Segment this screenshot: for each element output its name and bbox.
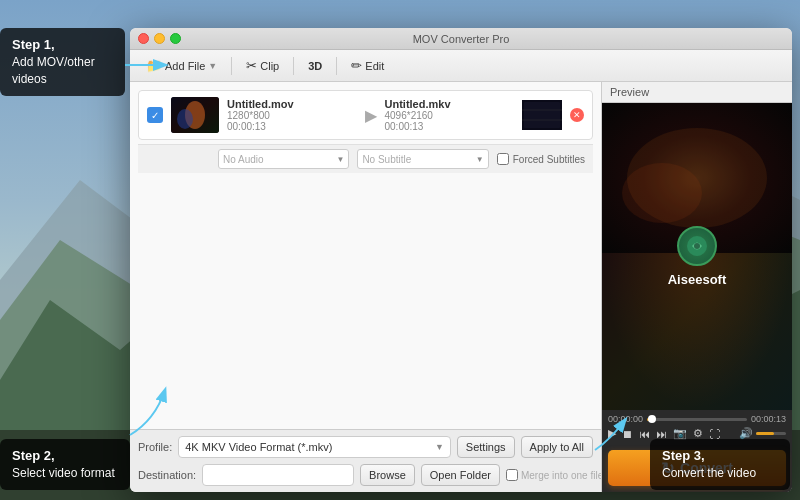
- volume-fill: [756, 432, 774, 435]
- convert-arrow-icon: ▶: [365, 106, 377, 125]
- forced-subtitles-label: Forced Subtitles: [513, 154, 585, 165]
- svg-point-20: [694, 243, 700, 249]
- open-folder-button[interactable]: Open Folder: [421, 464, 500, 486]
- toolbar: 📁 Add File ▼ ✂ Clip 3D ✏ Edit: [130, 50, 792, 82]
- step1-callout: Step 1, Add MOV/other videos: [0, 28, 125, 96]
- step2-body: Select video format: [12, 465, 118, 482]
- maximize-button[interactable]: [170, 33, 181, 44]
- table-row: ✓: [138, 90, 593, 140]
- audio-label: No Audio: [223, 154, 264, 165]
- fullscreen-button[interactable]: ⛶: [709, 428, 720, 440]
- profile-label: Profile:: [138, 441, 172, 453]
- subtitle-dropdown[interactable]: No Subtitle ▼: [357, 149, 488, 169]
- subtitle-arrow-icon: ▼: [476, 155, 484, 164]
- forced-subtitles-checkbox[interactable]: [497, 153, 509, 165]
- step1-body: Add MOV/other videos: [12, 54, 113, 88]
- clip-button[interactable]: ✂ Clip: [238, 55, 287, 76]
- time-end: 00:00:13: [751, 414, 786, 424]
- output-duration: 00:00:13: [385, 121, 515, 132]
- step3-callout: Step 3, Convert the video: [650, 439, 790, 490]
- audio-dropdown[interactable]: No Audio ▼: [218, 149, 349, 169]
- step-back-button[interactable]: ⏮: [639, 428, 650, 440]
- profile-dropdown[interactable]: 4K MKV Video Format (*.mkv) ▼: [178, 436, 451, 458]
- browse-button[interactable]: Browse: [360, 464, 415, 486]
- svg-point-11: [177, 109, 193, 129]
- input-file-info: Untitled.mov 1280*800 00:00:13: [227, 98, 357, 132]
- right-panel: Preview: [602, 82, 792, 492]
- profile-value: 4K MKV Video Format (*.mkv): [185, 441, 332, 453]
- play-button[interactable]: ▶: [608, 427, 616, 440]
- progress-thumb: [648, 415, 656, 423]
- remove-file-button[interactable]: ✕: [570, 108, 584, 122]
- add-file-label: Add File: [165, 60, 205, 72]
- brand-logo: Aiseesoft: [668, 226, 727, 287]
- step3-title: Step 3,: [662, 447, 778, 465]
- step1-title: Step 1,: [12, 36, 113, 54]
- time-row: 00:00:00 00:00:13: [608, 414, 786, 424]
- profile-row: Profile: 4K MKV Video Format (*.mkv) ▼ S…: [138, 436, 593, 458]
- forced-subtitles-section: Forced Subtitles: [497, 153, 585, 165]
- audio-arrow-icon: ▼: [336, 155, 344, 164]
- clip-icon: ✂: [246, 58, 257, 73]
- destination-row: Destination: Browse Open Folder Merge in…: [138, 464, 593, 486]
- input-duration: 00:00:13: [227, 121, 357, 132]
- step2-callout: Step 2, Select video format: [0, 439, 130, 490]
- time-start: 00:00:00: [608, 414, 643, 424]
- progress-bar[interactable]: [647, 418, 747, 421]
- output-filename: Untitled.mkv: [385, 98, 515, 110]
- clip-label: Clip: [260, 60, 279, 72]
- app-window: MOV Converter Pro 📁 Add File ▼ ✂ Clip 3D…: [130, 28, 792, 492]
- input-filename: Untitled.mov: [227, 98, 357, 110]
- merge-label: Merge into one file: [521, 470, 602, 481]
- svg-point-18: [622, 163, 702, 223]
- toolbar-separator-3: [336, 57, 337, 75]
- apply-all-button[interactable]: Apply to All: [521, 436, 593, 458]
- window-title: MOV Converter Pro: [413, 33, 510, 45]
- stop-button[interactable]: ⏹: [622, 428, 633, 440]
- preview-label: Preview: [602, 82, 792, 103]
- file-checkbox[interactable]: ✓: [147, 107, 163, 123]
- step2-title: Step 2,: [12, 447, 118, 465]
- add-file-button[interactable]: 📁 Add File ▼: [138, 55, 225, 76]
- merge-checkbox[interactable]: [506, 469, 518, 481]
- settings-button[interactable]: Settings: [457, 436, 515, 458]
- input-resolution: 1280*800: [227, 110, 357, 121]
- profile-arrow-icon: ▼: [435, 442, 444, 452]
- output-thumbnail: [522, 100, 562, 130]
- title-bar: MOV Converter Pro: [130, 28, 792, 50]
- add-file-arrow: ▼: [208, 61, 217, 71]
- left-panel: ✓: [130, 82, 602, 492]
- file-list-area: ✓: [130, 82, 601, 429]
- edit-label: Edit: [365, 60, 384, 72]
- logo-circle: [677, 226, 717, 266]
- output-resolution: 4096*2160: [385, 110, 515, 121]
- subtitle-row: No Audio ▼ No Subtitle ▼ Forced Subtitle…: [138, 144, 593, 173]
- destination-input[interactable]: [202, 464, 354, 486]
- toolbar-separator-2: [293, 57, 294, 75]
- step-forward-button[interactable]: ⏭: [656, 428, 667, 440]
- output-file-info: Untitled.mkv 4096*2160 00:00:13: [385, 98, 515, 132]
- volume-bar[interactable]: [756, 432, 786, 435]
- main-content: ✓: [130, 82, 792, 492]
- preview-video: Aiseesoft: [602, 103, 792, 410]
- input-thumbnail: [171, 97, 219, 133]
- toolbar-separator-1: [231, 57, 232, 75]
- close-button[interactable]: [138, 33, 149, 44]
- edit-icon: ✏: [351, 58, 362, 73]
- minimize-button[interactable]: [154, 33, 165, 44]
- 3d-icon: 3D: [308, 60, 322, 72]
- brand-name: Aiseesoft: [668, 272, 727, 287]
- merge-section: Merge into one file: [506, 469, 602, 481]
- step3-body: Convert the video: [662, 465, 778, 482]
- destination-label: Destination:: [138, 469, 196, 481]
- edit-button[interactable]: ✏ Edit: [343, 55, 392, 76]
- bottom-controls: Profile: 4K MKV Video Format (*.mkv) ▼ S…: [130, 429, 601, 492]
- traffic-lights: [138, 33, 181, 44]
- svg-rect-13: [524, 102, 560, 128]
- 3d-button[interactable]: 3D: [300, 57, 330, 75]
- add-file-icon: 📁: [146, 58, 162, 73]
- subtitle-label: No Subtitle: [362, 154, 411, 165]
